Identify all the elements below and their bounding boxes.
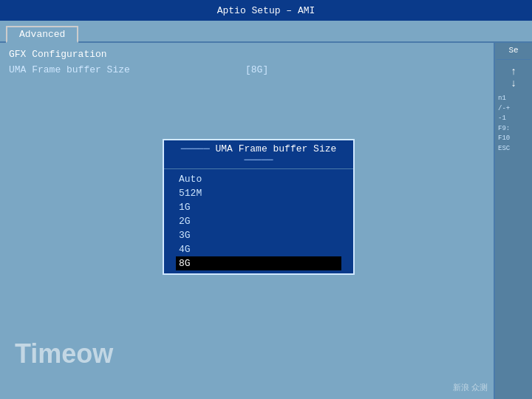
tab-advanced[interactable]: Advanced [6, 26, 78, 43]
sidebar-arrows: ↑ ↓ [497, 66, 531, 89]
header-bar: Aptio Setup – AMI [0, 0, 532, 21]
arrow-down-icon[interactable]: ↓ [511, 78, 516, 89]
header-title: Aptio Setup – AMI [217, 5, 316, 16]
dropdown-title: UMA Frame buffer Size [164, 140, 353, 169]
tab-bar: Advanced [0, 21, 532, 43]
config-value: [8G] [245, 64, 268, 75]
sidebar-hint: F9: [498, 124, 529, 134]
watermark: Timeow [15, 338, 113, 369]
sidebar-hint: n1 [498, 94, 529, 104]
main-content: GFX Configuration UMA Frame buffer Size … [0, 43, 532, 399]
dropdown-item-512m[interactable]: 512M [176, 186, 341, 200]
dropdown-item-1g[interactable]: 1G [176, 200, 341, 214]
dropdown-popup: UMA Frame buffer Size Auto512M1G2G3G4G8G [163, 139, 355, 275]
config-label: UMA Frame buffer Size [9, 64, 245, 75]
sidebar-hint: /-+ [498, 104, 529, 115]
bios-screen: Aptio Setup – AMI Advanced GFX Configura… [0, 0, 532, 399]
dropdown-item-4g[interactable]: 4G [176, 242, 341, 256]
sidebar-se-label: Se [497, 46, 531, 55]
sidebar-hint: ESC [498, 144, 529, 154]
dropdown-item-8g[interactable]: 8G [176, 256, 341, 270]
sidebar-hint: F10 [498, 134, 529, 144]
dropdown-item-auto[interactable]: Auto [176, 172, 341, 186]
corner-watermark: 新浪 众测 [453, 382, 488, 393]
sidebar-keyhints: n1/-+-1F9:F10ESC [497, 92, 531, 155]
dropdown-item-3g[interactable]: 3G [176, 228, 341, 242]
config-row: UMA Frame buffer Size [8G] [9, 64, 485, 75]
sidebar-hint: -1 [498, 114, 529, 124]
section-title: GFX Configuration [9, 49, 485, 60]
dropdown-items: Auto512M1G2G3G4G8G [164, 169, 353, 273]
arrow-up-icon[interactable]: ↑ [511, 66, 516, 78]
left-pane: GFX Configuration UMA Frame buffer Size … [0, 43, 494, 399]
sidebar-separator [497, 59, 531, 60]
dropdown-item-2g[interactable]: 2G [176, 214, 341, 228]
right-sidebar: Se ↑ ↓ n1/-+-1F9:F10ESC [494, 43, 532, 399]
